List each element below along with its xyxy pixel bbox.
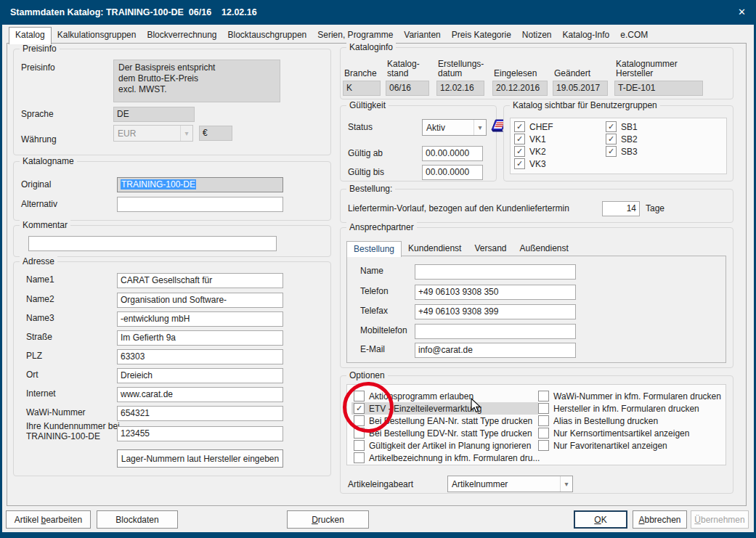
status-value: Aktiv [426,123,445,133]
ansprechpartner-field-telefon[interactable]: +49 06103 9308 350 [415,285,576,300]
group-kataloginfo: Kataloginfo BrancheKKatalog- stand06/16E… [340,47,733,99]
unchecked-checkbox-icon[interactable] [538,415,549,426]
original-name-value: TRAINING-100-DE [121,179,196,189]
unchecked-checkbox-icon[interactable] [538,428,549,439]
checkbox-label: Nur Kernsortimentsartikel anzeigen [553,428,689,439]
kataloginfo-label-0: Branche [344,69,377,78]
button-drucken[interactable]: Drucken [287,510,369,529]
main-tabstrip: KatalogKalkulationsgruppenBlockverrechnu… [9,27,654,44]
checkbox-row-vk3[interactable]: ✓VK3 [514,158,546,170]
unchecked-checkbox-icon[interactable] [354,415,365,426]
status-dropdown[interactable]: Aktiv ▾ [422,119,487,136]
checkbox-row-bei-bestellung-edv-nr-statt-type-drucken[interactable]: Bei Bestellung EDV-Nr. statt Type drucke… [354,427,532,439]
checked-checkbox-icon[interactable]: ✓ [354,403,365,414]
button-abbrechen[interactable]: Abbrechen [633,510,687,529]
checkbox-row-vk1[interactable]: ✓VK1 [514,133,546,145]
tab-preis-kategorie[interactable]: Preis Kategorie [447,28,516,44]
alternativ-name-field[interactable] [117,197,283,212]
ansprechpartner-field-name[interactable] [415,264,576,280]
checked-checkbox-icon[interactable]: ✓ [606,146,617,157]
checkbox-label: Hersteller in kfm. Formularen drucken [553,404,699,414]
ansprechpartner-tab-außendienst[interactable]: Außendienst [513,241,575,256]
kataloginfo-field-5: T-DE-101 [614,81,703,96]
button-blockdaten[interactable]: Blockdaten [97,510,178,529]
checkbox-row-alias-in-bestellung-drucken[interactable]: Alias in Bestellung drucken [538,415,658,427]
gueltig-ab-field[interactable]: 00.00.0000 [422,146,483,161]
ansprechpartner-tab-bestellung[interactable]: Bestellung [346,241,402,257]
adresse-field-plz[interactable]: 63303 [117,349,283,364]
checkbox-row-chef[interactable]: ✓CHEF [514,121,553,133]
checkbox-row-aktionsprogramm-erlauben[interactable]: Aktionsprogramm erlauben [354,390,473,402]
checkbox-row-artikelbezeichnung-in-kfm-formularen-dru[interactable]: Artikelbezeichnung in kfm. Formularen dr… [354,452,540,464]
adresse-field-ihre-kundennummer-bei[interactable]: 123455 [117,426,283,441]
checkbox-row-nur-kernsortimentsartikel-anzeigen[interactable]: Nur Kernsortimentsartikel anzeigen [538,427,689,439]
adresse-field-ort[interactable]: Dreieich [117,368,283,383]
close-icon[interactable]: ✕ [738,0,746,25]
unchecked-checkbox-icon[interactable] [538,403,549,414]
checkbox-row-sb3[interactable]: ✓SB3 [606,145,638,158]
checked-checkbox-icon[interactable]: ✓ [514,158,525,169]
adresse-field-wawi-nummer[interactable]: 654321 [117,406,283,421]
tab-varianten[interactable]: Varianten [399,28,445,44]
checkbox-label: WaWi-Nummer in kfm. Formularen drucken [553,391,721,402]
tab-blocktauschgruppen[interactable]: Blocktauschgruppen [223,28,312,44]
checkbox-label: Gültigkeit der Artikel in Planung ignori… [369,441,531,451]
checkbox-label: Artikelbezeichnung in kfm. Formularen dr… [369,453,540,463]
checkbox-row-wawi-nummer-in-kfm-formularen-drucken[interactable]: WaWi-Nummer in kfm. Formularen drucken [538,390,721,402]
checkbox-row-etv-einzelteilevermarktung[interactable]: ✓ETV - Einzelteilevermarktung [351,402,538,415]
unchecked-checkbox-icon[interactable] [538,391,549,402]
checked-checkbox-icon[interactable]: ✓ [606,121,617,132]
ansprechpartner-field-telefax[interactable]: +49 06103 9308 399 [415,304,576,319]
ansprechpartner-field-mobiltelefon[interactable] [415,324,576,339]
button-artikel-bearbeiten[interactable]: Artikel bearbeiten [6,510,91,529]
tab-katalog[interactable]: Katalog [9,27,52,44]
checkbox-row-sb1[interactable]: ✓SB1 [606,121,638,133]
unchecked-checkbox-icon[interactable] [354,452,365,463]
original-name-field[interactable]: TRAINING-100-DE [117,177,283,192]
gueltig-bis-field[interactable]: 00.00.0000 [422,165,483,180]
tab-blockverrechnung[interactable]: Blockverrechnung [142,28,221,44]
checked-checkbox-icon[interactable]: ✓ [606,134,617,144]
tab-katalog-info[interactable]: Katalog-Info [558,28,615,44]
checkbox-row-sb2[interactable]: ✓SB2 [606,133,638,145]
adresse-field-straße[interactable]: Im Gefierth 9a [117,330,283,346]
kataloginfo-col-eingelesen: Eingelesen20.12.2016 [492,54,548,96]
checkbox-row-gültigkeit-der-artikel-in-planung-ignorieren[interactable]: Gültigkeit der Artikel in Planung ignori… [354,439,531,452]
tage-label: Tage [646,203,664,213]
adresse-field-name1[interactable]: CARAT Gesellschaft für [117,273,283,288]
unchecked-checkbox-icon[interactable] [538,440,549,451]
ansprechpartner-label-mobiltelefon: Mobiltelefon [360,325,407,335]
checkbox-row-vk2[interactable]: ✓VK2 [514,145,546,158]
tab-notizen[interactable]: Notizen [517,28,557,44]
unchecked-checkbox-icon[interactable] [354,391,365,402]
checkbox-row-bei-bestellung-ean-nr-statt-type-drucken[interactable]: Bei Bestellung EAN-Nr. statt Type drucke… [354,415,532,427]
artikeleingabeart-dropdown[interactable]: Artikelnummer ▾ [447,476,573,492]
adresse-field-internet[interactable]: www.carat.de [117,387,283,402]
adresse-field-name2[interactable]: Organisation und Software- [117,293,283,308]
ansprechpartner-tab-kundendienst[interactable]: Kundendienst [402,241,468,256]
tab-kalkulationsgruppen[interactable]: Kalkulationsgruppen [52,28,142,44]
checked-checkbox-icon[interactable]: ✓ [514,146,525,157]
button-ok[interactable]: OK [574,510,627,529]
adresse-field-name3[interactable]: -entwicklung mbH [117,311,283,327]
kommentar-field[interactable] [28,236,277,251]
checked-checkbox-icon[interactable]: ✓ [514,121,525,132]
checkbox-row-nur-favoritenartikel-anzeigen[interactable]: Nur Favoritenartikel anzeigen [538,439,667,452]
lager-nummern-button[interactable]: Lager-Nummern laut Hersteller eingeben [117,449,283,468]
unchecked-checkbox-icon[interactable] [354,440,365,451]
group-legend-adresse: Adresse [20,256,57,266]
ansprechpartner-tab-versand[interactable]: Versand [468,241,513,256]
kataloginfo-field-3: 20.12.2016 [492,81,548,96]
tab-serien-programme[interactable]: Serien, Programme [312,28,398,44]
tab-e-com[interactable]: e.COM [615,28,653,44]
chevron-down-icon: ▾ [180,126,192,141]
adresse-label-name1: Name1 [26,274,54,285]
checkbox-row-hersteller-in-kfm-formularen-drucken[interactable]: Hersteller in kfm. Formularen drucken [538,402,699,415]
unchecked-checkbox-icon[interactable] [354,428,365,439]
liefertermin-vorlauf-field[interactable]: 14 [602,201,640,216]
checked-checkbox-icon[interactable]: ✓ [514,134,525,144]
ansprechpartner-field-e-mail[interactable]: info@carat.de [415,343,576,358]
preisinfo-text: Der Basispreis entspricht dem Brutto-EK-… [113,60,280,102]
group-legend-benutzergruppen: Katalog sichtbar für Benutzergruppen [510,100,660,110]
kataloginfo-label-3: Eingelesen [494,69,537,78]
